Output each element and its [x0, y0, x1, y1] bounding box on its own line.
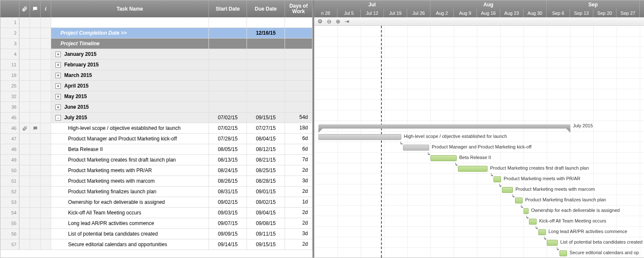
row-number[interactable]: 25 [0, 81, 19, 91]
due-date[interactable]: 08/21/15 [247, 155, 285, 165]
row-comment[interactable] [30, 176, 41, 186]
table-row[interactable]: 32+May 2015 [0, 91, 312, 102]
due-date[interactable]: 08/04/15 [247, 134, 285, 144]
row-attach[interactable] [19, 144, 30, 154]
days-of-work[interactable] [285, 28, 312, 38]
collapse-icon[interactable]: - [55, 115, 61, 121]
table-row[interactable]: 48Beta Release II08/05/1508/12/156d [0, 144, 312, 155]
row-comment[interactable] [30, 187, 41, 197]
row-attach[interactable] [19, 38, 30, 49]
row-number[interactable]: 11 [0, 60, 19, 70]
row-attach[interactable] [19, 17, 30, 27]
row-comment[interactable] [30, 155, 41, 165]
start-date[interactable]: 09/03/15 [209, 208, 247, 218]
row-info[interactable] [41, 229, 51, 239]
gantt-bar[interactable] [318, 124, 570, 129]
table-row[interactable]: 56List of potential beta candidates crea… [0, 229, 312, 239]
due-date[interactable] [247, 81, 285, 91]
start-date[interactable]: 09/02/15 [209, 197, 247, 207]
task-name-cell[interactable]: -July 2015 [51, 113, 209, 123]
days-of-work[interactable]: 7d [285, 155, 312, 165]
due-date[interactable]: 07/27/15 [247, 123, 285, 133]
expand-icon[interactable]: + [55, 73, 61, 78]
col-taskname[interactable]: Task Name [51, 0, 209, 17]
row-comment[interactable] [30, 218, 41, 228]
row-attach[interactable] [19, 70, 30, 80]
row-info[interactable] [41, 187, 51, 197]
due-date[interactable] [247, 102, 285, 112]
gantt-week[interactable]: Jul 12 [361, 9, 384, 17]
expand-icon[interactable]: + [55, 52, 61, 57]
row-number[interactable]: 2 [0, 28, 19, 38]
table-row[interactable]: 47Product Manager and Product Marketing … [0, 134, 312, 144]
start-date[interactable] [209, 81, 247, 91]
col-due[interactable]: Due Date [247, 0, 285, 17]
row-attach[interactable] [19, 229, 30, 239]
task-name-cell[interactable]: Kick-off All Team Meeting occurs [51, 208, 209, 218]
due-date[interactable]: 09/11/15 [247, 229, 285, 239]
table-row[interactable]: 46High-level scope / objective establish… [0, 123, 312, 134]
days-of-work[interactable] [285, 102, 312, 112]
task-name-cell[interactable] [51, 17, 209, 27]
row-number[interactable]: 4 [0, 49, 19, 59]
row-comment[interactable] [30, 197, 41, 207]
gantt-bar[interactable] [559, 250, 567, 256]
row-number[interactable]: 47 [0, 134, 19, 144]
gantt-week[interactable]: Jul 26 [407, 9, 430, 17]
start-date[interactable] [209, 102, 247, 112]
row-number[interactable]: 1 [0, 17, 19, 27]
row-attach[interactable] [19, 155, 30, 165]
gantt-bar[interactable] [403, 145, 429, 151]
table-row[interactable]: 2Project Completion Date >>12/16/15 [0, 28, 312, 38]
start-date[interactable] [209, 49, 247, 59]
expand-icon[interactable]: + [55, 62, 61, 68]
gantt-week[interactable]: n 28 [314, 9, 337, 17]
days-of-work[interactable] [285, 17, 312, 27]
row-info[interactable] [41, 134, 51, 144]
start-date[interactable] [209, 38, 247, 49]
due-date[interactable] [247, 17, 285, 27]
col-days[interactable]: Days of Work [285, 0, 312, 17]
row-info[interactable] [41, 102, 51, 112]
col-rownum[interactable] [0, 0, 19, 17]
gantt-week[interactable]: Aug 9 [454, 9, 477, 17]
row-comment[interactable] [30, 123, 41, 133]
row-attach[interactable] [19, 165, 30, 176]
days-of-work[interactable]: 6d [285, 144, 312, 154]
gantt-today-button[interactable]: ⇥ [345, 18, 349, 25]
start-date[interactable]: 08/05/15 [209, 144, 247, 154]
task-name-cell[interactable]: +June 2015 [51, 102, 209, 112]
row-attach[interactable] [19, 81, 30, 91]
table-row[interactable]: 55Long lead AR/PR activities commence09/… [0, 218, 312, 229]
table-row[interactable]: 38+June 2015 [0, 102, 312, 113]
gantt-month[interactable] [640, 0, 644, 9]
row-comment[interactable] [30, 144, 41, 154]
table-row[interactable]: 25+April 2015 [0, 81, 312, 91]
gantt-week[interactable]: Sep 13 [570, 9, 593, 17]
due-date[interactable]: 09/08/15 [247, 218, 285, 228]
days-of-work[interactable] [285, 70, 312, 80]
row-comment[interactable] [30, 134, 41, 144]
table-row[interactable]: 49Product Marketing creates first draft … [0, 155, 312, 165]
table-row[interactable]: 18+March 2015 [0, 70, 312, 81]
row-number[interactable]: 57 [0, 239, 19, 250]
days-of-work[interactable]: 6d [285, 134, 312, 144]
days-of-work[interactable] [285, 38, 312, 49]
start-date[interactable]: 08/26/15 [209, 176, 247, 186]
start-date[interactable]: 07/02/15 [209, 113, 247, 123]
due-date[interactable]: 09/02/15 [247, 197, 285, 207]
task-name-cell[interactable]: +May 2015 [51, 91, 209, 102]
days-of-work[interactable]: 2d [285, 239, 312, 250]
row-number[interactable]: 53 [0, 197, 19, 207]
task-name-cell[interactable]: Product Marketing finalizes launch plan [51, 187, 209, 197]
row-info[interactable] [41, 60, 51, 70]
table-row[interactable]: 1 [0, 17, 312, 28]
row-number[interactable]: 52 [0, 187, 19, 197]
task-name-cell[interactable]: Product Manager and Product Marketing ki… [51, 134, 209, 144]
days-of-work[interactable] [285, 91, 312, 102]
task-name-cell[interactable]: Product Marketing meets with marcom [51, 176, 209, 186]
due-date[interactable]: 12/16/15 [247, 28, 285, 38]
gantt-bar[interactable] [458, 166, 488, 172]
gantt-bar[interactable] [538, 229, 546, 235]
row-number[interactable]: 48 [0, 144, 19, 154]
